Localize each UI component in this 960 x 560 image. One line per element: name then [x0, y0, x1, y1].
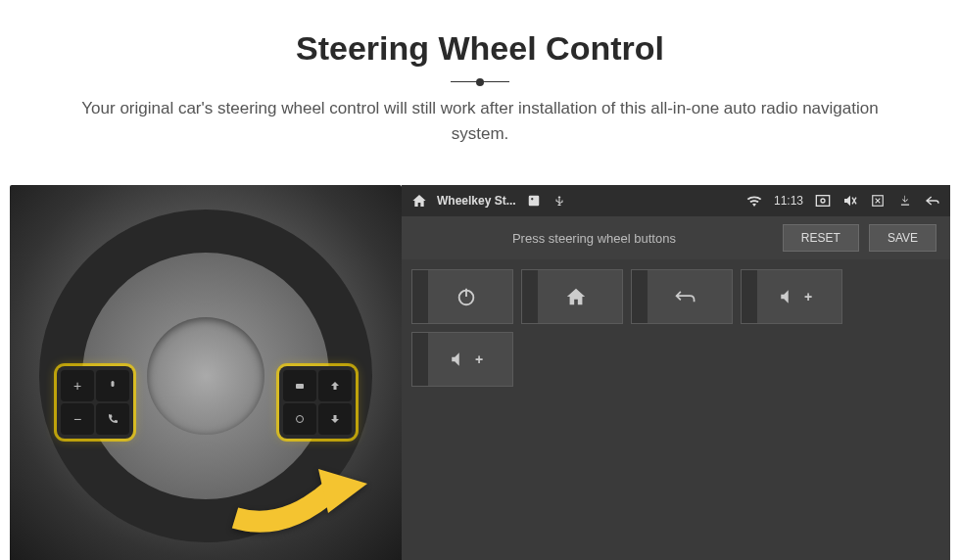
action-volume-up-1[interactable]: +	[741, 269, 842, 324]
wheel-mode-button	[283, 370, 316, 401]
head-unit-screen: Wheelkey St... 11:13 Press steering whee…	[402, 185, 950, 560]
mute-icon[interactable]	[842, 193, 858, 209]
wheel-minus-button: −	[61, 403, 94, 435]
svg-rect-0	[296, 384, 304, 389]
power-icon	[456, 286, 477, 307]
wheel-down-button	[318, 403, 352, 435]
action-return[interactable]	[631, 269, 733, 324]
action-home[interactable]	[521, 269, 623, 324]
page-subtitle: Your original car's steering wheel contr…	[59, 96, 901, 146]
speaker-icon	[450, 350, 467, 368]
save-button[interactable]: SAVE	[869, 224, 936, 252]
pointer-arrow	[225, 459, 372, 528]
page-title: Steering Wheel Control	[20, 29, 940, 68]
action-volume-up-2[interactable]: +	[411, 332, 513, 387]
usb-icon	[552, 193, 567, 209]
svg-point-3	[531, 198, 533, 200]
svg-rect-4	[816, 196, 829, 207]
wheel-plus-button: +	[61, 370, 94, 401]
action-power[interactable]	[411, 269, 513, 324]
image-icon	[526, 193, 542, 209]
status-time: 11:13	[774, 194, 803, 208]
wheel-buttons-left: + −	[57, 366, 133, 439]
svg-rect-2	[528, 196, 539, 207]
steering-wheel-image: + −	[10, 185, 402, 560]
action-grid: + +	[402, 259, 950, 397]
speaker-icon	[779, 288, 796, 305]
wheel-up-button	[318, 370, 352, 401]
title-divider	[451, 81, 509, 82]
return-icon	[674, 287, 697, 306]
volume-plus-label: +	[475, 351, 483, 367]
app-title: Wheelkey St...	[437, 194, 516, 208]
svg-point-5	[821, 199, 825, 203]
home-icon[interactable]	[411, 193, 427, 209]
back-icon[interactable]	[925, 193, 940, 209]
wheel-voice-button	[96, 370, 129, 401]
reset-button[interactable]: RESET	[783, 224, 859, 252]
screenshot-icon[interactable]	[815, 193, 831, 209]
home-icon	[565, 286, 587, 307]
wheel-cycle-button	[283, 403, 316, 435]
wifi-icon	[746, 193, 762, 209]
wheel-buttons-right	[279, 366, 356, 439]
download-icon[interactable]	[897, 193, 913, 209]
svg-point-1	[297, 416, 304, 423]
status-bar: Wheelkey St... 11:13	[402, 185, 950, 216]
toolbar: Press steering wheel buttons RESET SAVE	[402, 216, 950, 259]
close-box-icon[interactable]	[870, 193, 886, 209]
volume-plus-label: +	[804, 289, 812, 304]
instruction-text: Press steering wheel buttons	[415, 231, 773, 246]
wheel-phone-button	[96, 403, 129, 435]
